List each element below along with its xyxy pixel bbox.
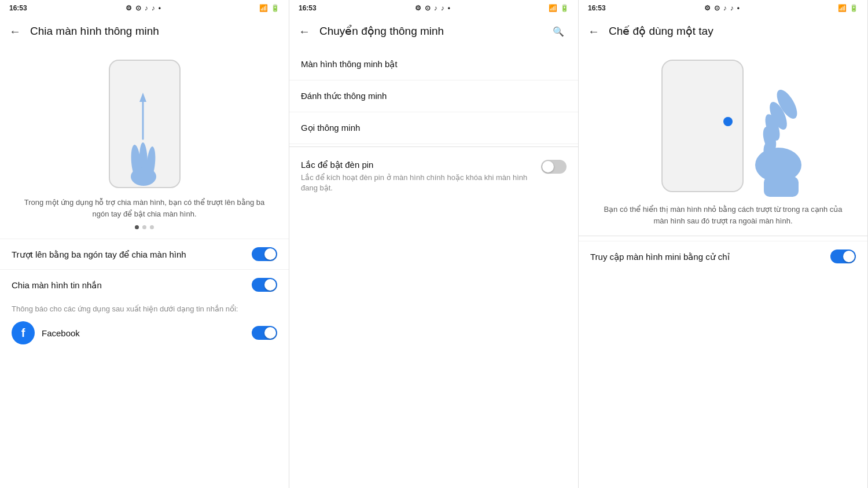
svg-rect-15	[764, 177, 799, 197]
divider-2	[289, 146, 578, 147]
status-bar-3: 16:53 ⚙ ⊙ ♪ ♪ • 📶 🔋	[579, 0, 867, 16]
content-2: Màn hình thông minh bật Đánh thức thông …	[289, 49, 578, 488]
toggle-label-gesture: Truy cập màn hình mini bằng cử chỉ	[590, 251, 830, 263]
battery-icon-2: 🔋	[560, 4, 569, 12]
divider-3	[579, 236, 867, 236]
circle-icon-2: ⊙	[425, 4, 431, 12]
music-icon-5: ♪	[723, 4, 727, 12]
status-icons-3: ⚙ ⊙ ♪ ♪ •	[704, 4, 740, 12]
content-1: Trong một ứng dụng hỗ trợ chia màn hình,…	[0, 49, 289, 488]
back-button-3[interactable]: ←	[583, 21, 604, 42]
search-button-2[interactable]: 🔍	[548, 21, 569, 42]
toggle-facebook[interactable]	[252, 326, 277, 340]
circle-icon-1: ⊙	[135, 4, 141, 12]
status-right-1: 📶 🔋	[259, 4, 279, 12]
dot-1	[135, 225, 139, 229]
back-arrow-icon-1: ←	[9, 25, 21, 38]
toggle-knob-split	[264, 248, 276, 260]
dot-icon-1: •	[159, 4, 161, 12]
dot-2	[142, 225, 146, 229]
facebook-name: Facebook	[42, 328, 245, 338]
toggle-knob-gesture	[843, 251, 855, 262]
back-button-2[interactable]: ←	[294, 21, 315, 42]
panel-split-screen: 16:53 ⚙ ⊙ ♪ ♪ • 📶 🔋 ← Chia màn hình thôn…	[0, 0, 289, 488]
page-title-3: Chế độ dùng một tay	[609, 25, 858, 38]
circle-icon-3: ⊙	[714, 4, 720, 12]
menu-item-smart-screen[interactable]: Màn hình thông minh bật	[289, 49, 578, 80]
flashlight-text: Lắc để bật đèn pin Lắc để kích hoạt đèn …	[301, 160, 541, 193]
illustration-text-3: Bạn có thể hiển thị màn hình nhỏ bằng cá…	[593, 204, 854, 226]
illustration-area-1: Trong một ứng dụng hỗ trợ chia màn hình,…	[0, 49, 289, 239]
time-2: 16:53	[299, 4, 317, 12]
toggle-label-message: Chia màn hình tin nhắn	[12, 279, 252, 291]
time-3: 16:53	[588, 4, 606, 12]
illustration-text-1: Trong một ứng dụng hỗ trợ chia màn hình,…	[14, 197, 275, 219]
menu-item-smart-call[interactable]: Gọi thông minh	[289, 112, 578, 144]
panel-one-hand: 16:53 ⚙ ⊙ ♪ ♪ • 📶 🔋 ← Chế độ dùng một ta…	[579, 0, 868, 488]
gear-icon-2: ⚙	[415, 4, 421, 12]
toggle-row-split: Trượt lên bằng ba ngón tay để chia màn h…	[0, 239, 289, 269]
toggle-message[interactable]	[252, 278, 277, 292]
gear-icon-3: ⚙	[704, 4, 711, 12]
dot-icon-3: •	[737, 4, 740, 12]
toggle-knob-message	[264, 279, 276, 291]
illustration-area-3: Bạn có thể hiển thị màn hình nhỏ bằng cá…	[579, 49, 867, 231]
music-icon-1: ♪	[145, 4, 148, 12]
toggle-split[interactable]	[252, 247, 277, 261]
status-bar-1: 16:53 ⚙ ⊙ ♪ ♪ • 📶 🔋	[0, 0, 289, 16]
toggle-knob-facebook	[264, 327, 276, 339]
facebook-row: f Facebook	[0, 315, 289, 350]
dot-3	[150, 225, 154, 229]
content-3: Bạn có thể hiển thị màn hình nhỏ bằng cá…	[579, 49, 867, 488]
status-bar-2: 16:53 ⚙ ⊙ ♪ ♪ • 📶 🔋	[289, 0, 578, 16]
time-1: 16:53	[9, 4, 27, 12]
top-bar-2: ← Chuyển động thông minh 🔍	[289, 16, 578, 49]
hand-svg-3	[718, 69, 810, 197]
svg-point-8	[723, 117, 733, 126]
facebook-icon: f	[12, 321, 35, 344]
flashlight-title: Lắc để bật đèn pin	[301, 160, 534, 170]
toggle-gesture[interactable]	[830, 249, 856, 263]
toggle-flashlight[interactable]	[541, 160, 567, 174]
back-button-1[interactable]: ←	[5, 21, 25, 42]
toggle-row-gesture: Truy cập màn hình mini bằng cử chỉ	[579, 241, 867, 271]
menu-title-smart-call: Gọi thông minh	[301, 123, 567, 133]
music-icon-2: ♪	[152, 4, 155, 12]
status-icons-1: ⚙ ⊙ ♪ ♪ •	[126, 4, 161, 12]
music-icon-6: ♪	[730, 4, 734, 12]
svg-point-6	[131, 167, 156, 186]
top-bar-1: ← Chia màn hình thông minh	[0, 16, 289, 49]
page-title-2: Chuyển động thông minh	[319, 25, 543, 38]
menu-item-smart-wake[interactable]: Đánh thức thông minh	[289, 80, 578, 112]
music-icon-3: ♪	[434, 4, 437, 12]
menu-title-smart-wake: Đánh thức thông minh	[301, 91, 567, 101]
back-arrow-icon-2: ←	[299, 25, 310, 38]
menu-title-smart-screen: Màn hình thông minh bật	[301, 59, 567, 69]
flashlight-row: Lắc để bật đèn pin Lắc để kích hoạt đèn …	[289, 149, 578, 204]
battery-icon-3: 🔋	[849, 4, 858, 12]
toggle-label-split: Trượt lên bằng ba ngón tay để chia màn h…	[12, 248, 252, 260]
battery-icon-1: 🔋	[271, 4, 279, 12]
wifi-icon-2: 📶	[549, 4, 557, 12]
phone-svg-1	[107, 58, 182, 190]
flashlight-sub: Lắc để kích hoạt đèn pin ở màn hình chín…	[301, 173, 534, 193]
wifi-icon-3: 📶	[838, 4, 847, 12]
sub-label-1: Thông báo cho các ứng dụng sau xuất hiện…	[0, 300, 289, 315]
top-bar-3: ← Chế độ dùng một tay	[579, 16, 867, 49]
search-icon-2: 🔍	[553, 26, 564, 37]
music-icon-4: ♪	[441, 4, 444, 12]
dots-indicator-1	[135, 225, 154, 229]
dot-icon-2: •	[448, 4, 450, 12]
phone-illustration-1	[107, 58, 182, 190]
back-arrow-icon-3: ←	[588, 25, 599, 38]
toggle-knob-flashlight	[542, 161, 554, 173]
toggle-row-message: Chia màn hình tin nhắn	[0, 269, 289, 300]
status-right-3: 📶 🔋	[838, 4, 858, 12]
page-title-1: Chia màn hình thông minh	[30, 25, 279, 38]
wifi-icon-1: 📶	[259, 4, 268, 12]
status-icons-2: ⚙ ⊙ ♪ ♪ •	[415, 4, 450, 12]
phone-area-3	[642, 58, 804, 197]
status-right-2: 📶 🔋	[549, 4, 569, 12]
gear-icon-1: ⚙	[126, 4, 132, 12]
panel-smart-motion: 16:53 ⚙ ⊙ ♪ ♪ • 📶 🔋 ← Chuyển động thông …	[289, 0, 579, 488]
